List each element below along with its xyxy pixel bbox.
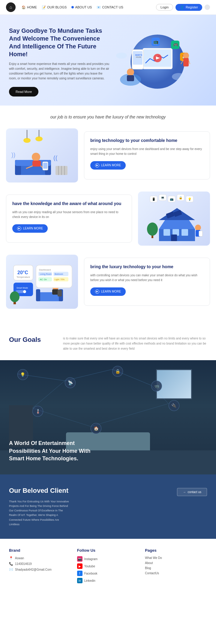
feature-card-3: bring the luxury technology to your home…: [84, 258, 210, 306]
feature-3-desc: with controlling smart devices you can m…: [90, 273, 204, 283]
readmore-button[interactable]: Read More: [9, 87, 38, 97]
feature-3-cta[interactable]: ▶ LEARN MORE: [90, 287, 126, 296]
iot-node-lock: 🔒: [112, 366, 123, 377]
iot-node-temp: 🌡️: [32, 406, 43, 417]
nav-about[interactable]: ABOUT US: [71, 5, 92, 9]
svg-rect-11: [127, 75, 134, 81]
svg-text:20°C: 20°C: [17, 270, 28, 275]
feature-image-3: 20°C Temperature Smart Mode: [6, 255, 78, 309]
svg-text:Temperature: Temperature: [16, 276, 30, 278]
smart-banner: 💡 📡 🔒 📹 🌡️ 🔌 🏠 A World Of Entertainment …: [0, 360, 216, 474]
nav-home[interactable]: 🏠 HOME: [22, 5, 37, 9]
feature-2-title: have the knowledge and the aware of what…: [12, 201, 126, 207]
svg-rect-82: [58, 290, 62, 296]
clients-title: Our Beloved Client: [9, 486, 69, 495]
feature-2-cta[interactable]: ▶ LEARN MORE: [12, 224, 48, 233]
page-link-whatwedo[interactable]: What We Do: [145, 556, 207, 560]
feature-2-svg: 📱 💻 📺 🔒 💡: [141, 193, 207, 244]
feature-1-desc: enjoy using your smart devices from one …: [90, 147, 204, 156]
iot-node-wifi: 📡: [65, 377, 76, 388]
svg-rect-49: [164, 229, 170, 236]
banner-text: A World Of Entertainment Possibilities A…: [9, 440, 105, 462]
feature-3-title: bring the luxury technology to your home: [90, 264, 204, 270]
feature-row-1: (( )) bring technology to your comfortab…: [6, 128, 210, 182]
nav-contact[interactable]: 📧 CONTACT US: [97, 5, 123, 9]
svg-point-22: [116, 53, 127, 59]
feature-row-3: 20°C Temperature Smart Mode: [6, 255, 210, 309]
svg-point-28: [32, 153, 40, 161]
home-icon: 🏠: [22, 5, 26, 9]
iot-node-plug: 🔌: [169, 400, 179, 411]
navbar: ⌂ 🏠 HOME 📝 OUR BLOGS ABOUT US 📧 CONTACT …: [0, 0, 216, 15]
footer-social: Follow Us 📷 Instagram ▶ Youtube f Facebo…: [77, 548, 139, 585]
svg-text:((: ((: [53, 155, 58, 161]
svg-text:AC: On: AC: On: [40, 278, 47, 281]
goals-section: Our Goals is to make sure that every one…: [0, 327, 216, 360]
register-button[interactable]: 👤 Register: [176, 4, 202, 11]
footer-phone: 📞 1140014619: [9, 562, 71, 566]
svg-point-76: [10, 291, 20, 302]
svg-text:📺: 📺: [170, 197, 174, 201]
svg-text:Dashboard: Dashboard: [39, 268, 51, 271]
goals-title: Our Goals: [9, 336, 54, 344]
svg-text:📺: 📺: [153, 39, 159, 44]
linkedin-icon: in: [77, 578, 82, 583]
svg-point-18: [183, 53, 189, 59]
nav-actions: Login 👤 Register: [156, 4, 210, 11]
svg-point-53: [195, 225, 201, 231]
svg-line-99: [91, 403, 168, 426]
clients-left: Our Beloved Client Thank You For Entrust…: [9, 486, 69, 527]
footer-grid: Brand 📍 Aswan 📞 1140014619 ✉️ Shadyado64…: [9, 548, 207, 585]
iot-node-camera: 📹: [151, 381, 162, 391]
svg-text:Living Room: Living Room: [40, 273, 52, 275]
iot-node-home: 🏠: [91, 423, 101, 434]
footer-pages: Pages What We Do About Blog ContactUs: [145, 548, 207, 585]
svg-text:💡: 💡: [188, 197, 192, 201]
feature-2-desc: with us you can enjoy reading all your h…: [12, 210, 126, 219]
register-icon: 👤: [180, 5, 184, 10]
svg-point-74: [23, 290, 26, 293]
feature-1-cta[interactable]: ▶ LEARN MORE: [90, 161, 126, 170]
svg-line-96: [32, 381, 65, 408]
social-youtube[interactable]: ▶ Youtube: [77, 563, 139, 569]
feature-image-2: 📱 💻 📺 🔒 💡: [138, 192, 210, 246]
hero-svg: MARY'S HOUSE 🎮 🏠 📺: [112, 32, 194, 92]
facebook-icon: f: [77, 571, 82, 576]
contact-button[interactable]: → contact us: [177, 488, 207, 496]
clients-section: Our Beloved Client Thank You For Entrust…: [0, 474, 216, 539]
svg-text:HOUSE: HOUSE: [136, 56, 141, 58]
page-link-contact[interactable]: ContactUs: [145, 572, 207, 575]
arrow-icon-1: ▶: [95, 163, 99, 167]
footer-brand: Brand 📍 Aswan 📞 1140014619 ✉️ Shadyado64…: [9, 548, 71, 585]
social-linkedin[interactable]: in Linkedin: [77, 578, 139, 583]
email-icon: ✉️: [9, 568, 13, 572]
svg-rect-19: [183, 58, 189, 66]
svg-text:Smart Mode: Smart Mode: [16, 287, 28, 289]
phone-icon: 📞: [9, 562, 13, 566]
svg-text:Bedroom: Bedroom: [55, 273, 63, 275]
footer: Brand 📍 Aswan 📞 1140014619 ✉️ Shadyado64…: [0, 539, 216, 594]
feature-3-svg: 20°C Temperature Smart Mode: [9, 256, 75, 307]
svg-point-35: [23, 138, 31, 143]
page-link-blog[interactable]: Blog: [145, 566, 207, 570]
clients-desc: Thank You For Entrusting Us With Your In…: [9, 499, 69, 527]
svg-rect-52: [171, 235, 177, 241]
location-icon: 📍: [9, 556, 13, 560]
social-instagram[interactable]: 📷 Instagram: [77, 556, 139, 562]
login-button[interactable]: Login: [156, 4, 173, 11]
nav-blogs[interactable]: 📝 OUR BLOGS: [42, 5, 67, 9]
avatar-placeholder: [205, 5, 210, 10]
features-section: (( )) bring technology to your comfortab…: [0, 122, 216, 327]
iot-node-light: 💡: [17, 369, 28, 380]
banner-title: A World Of Entertainment Possibilities A…: [9, 440, 105, 462]
feature-1-title: bring technology to your comfortable hom…: [90, 138, 204, 144]
youtube-icon: ▶: [77, 563, 82, 569]
blogs-icon: 📝: [42, 5, 46, 9]
page-link-about[interactable]: About: [145, 561, 207, 565]
svg-text:💻: 💻: [161, 196, 165, 200]
contact-icon: 📧: [97, 5, 101, 9]
svg-text:📱: 📱: [152, 197, 156, 201]
social-facebook[interactable]: f Facebook: [77, 571, 139, 576]
svg-rect-51: [182, 229, 188, 236]
footer-follow-title: Follow Us: [77, 548, 139, 553]
